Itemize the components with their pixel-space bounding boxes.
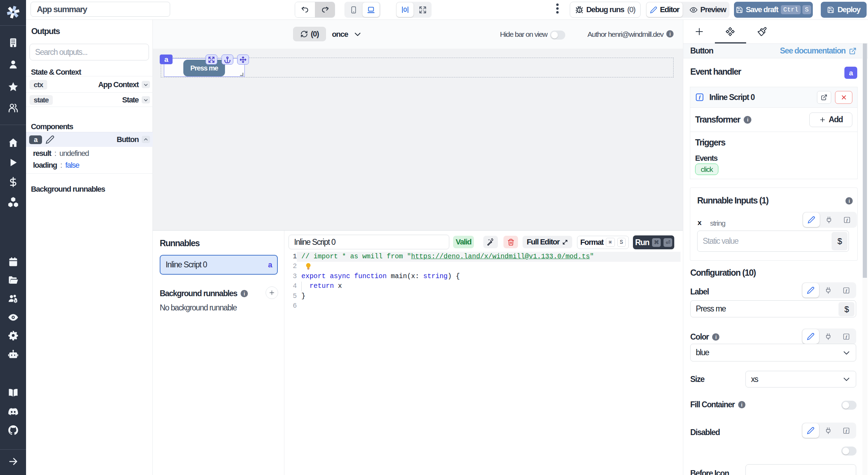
svg-text:ƒ: ƒ <box>845 288 847 293</box>
svg-text:ƒ: ƒ <box>845 428 847 433</box>
svg-text:ƒ: ƒ <box>845 334 847 339</box>
svg-text:ƒ: ƒ <box>699 94 701 100</box>
svg-text:ƒ: ƒ <box>846 217 848 222</box>
